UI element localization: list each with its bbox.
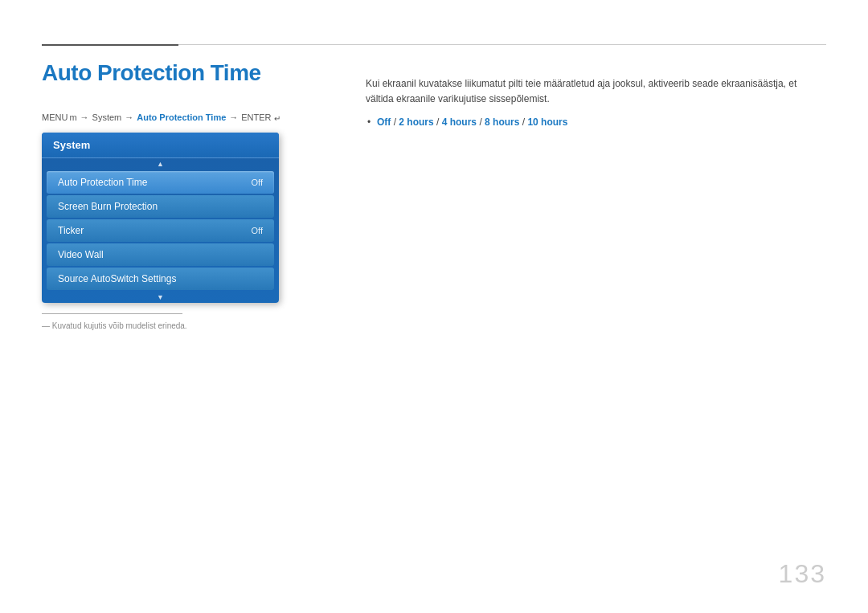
menu-item-auto-protection[interactable]: Auto Protection Time Off [47,171,274,194]
menu-label: MENU [42,112,68,122]
description-text: Kui ekraanil kuvatakse liikumatut pilti … [366,76,826,107]
option-off: Off [377,116,391,128]
top-rule-dark [42,44,178,46]
breadcrumb: MENUm → System → Auto Protection Time → … [42,112,280,123]
footnote-text: ― Kuvatud kujutis võib mudelist erineda. [42,321,187,330]
menu-item-screen-burn[interactable]: Screen Burn Protection [47,195,274,218]
breadcrumb-arrow-3: → [229,112,238,122]
menu-item-label: Source AutoSwitch Settings [58,273,176,284]
breadcrumb-enter: ENTER ↵ [241,112,280,123]
option-2h: 2 hours [399,116,433,128]
options-list: Off / 2 hours / 4 hours / 8 hours / 10 h… [366,116,826,128]
menu-icon: m [69,112,76,122]
options-item: Off / 2 hours / 4 hours / 8 hours / 10 h… [366,116,826,128]
breadcrumb-feature: Auto Protection Time [137,112,226,122]
breadcrumb-system: System [92,112,122,122]
menu-item-label: Video Wall [58,249,104,260]
menu-item-label: Ticker [58,225,84,236]
option-4h: 4 hours [442,116,477,128]
menu-item-video-wall[interactable]: Video Wall [47,243,274,266]
menu-item-value: Off [252,226,263,235]
menu-item-value: Off [252,178,263,187]
scroll-up-indicator: ▲ [42,158,279,170]
option-10h: 10 hours [527,116,567,128]
breadcrumb-arrow-1: → [80,112,89,122]
page-number: 133 [779,559,826,589]
description-area: Kui ekraanil kuvatakse liikumatut pilti … [366,76,826,128]
system-panel-header: System [42,133,279,158]
option-8h: 8 hours [485,116,519,128]
menu-item-label: Auto Protection Time [58,177,147,188]
breadcrumb-arrow-2: → [125,112,133,122]
system-panel: System ▲ Auto Protection Time Off Screen… [42,133,279,303]
menu-item-label: Screen Burn Protection [58,201,158,212]
menu-item-source-autoswitch[interactable]: Source AutoSwitch Settings [47,268,274,290]
menu-item-ticker[interactable]: Ticker Off [47,219,274,242]
page-title: Auto Protection Time [42,60,261,86]
footnote-separator [42,313,182,314]
scroll-down-indicator: ▼ [42,292,279,303]
